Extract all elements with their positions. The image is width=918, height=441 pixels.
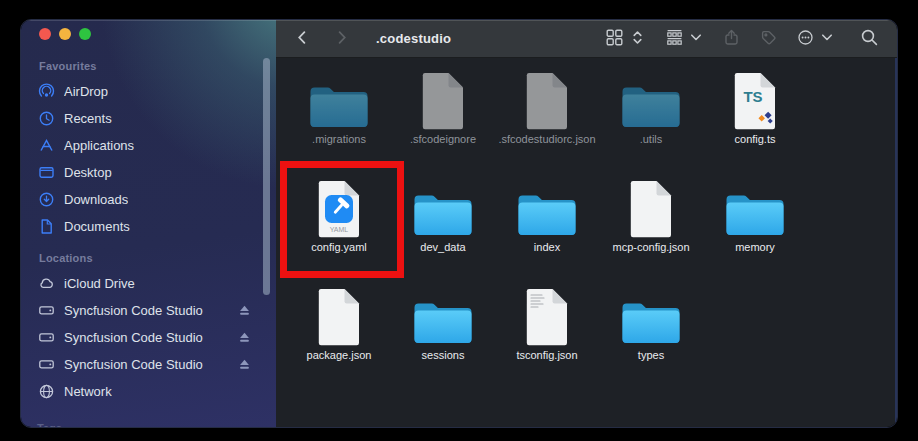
back-button[interactable]: [292, 27, 312, 51]
chevron-down-icon: [689, 30, 703, 48]
file-label: config.yaml: [311, 241, 367, 254]
folder-icon: [620, 284, 682, 346]
sidebar-item-applications[interactable]: Applications: [37, 132, 276, 159]
download-icon: [37, 191, 55, 208]
sidebar-item-label: Downloads: [64, 192, 128, 207]
file-label: sessions: [422, 349, 465, 362]
ellipsis-circle-icon: [797, 29, 814, 49]
svg-text:TS: TS: [743, 88, 762, 105]
toolbar-actions: [604, 26, 881, 52]
sidebar-item-syncfusion-code-studio[interactable]: Syncfusion Code Studio: [37, 324, 276, 351]
chevron-right-icon: [334, 29, 350, 49]
sidebar-item-desktop[interactable]: Desktop: [37, 159, 276, 186]
chevron-down-icon: [820, 30, 834, 48]
file-icon: [524, 284, 570, 346]
tag-icon: [760, 29, 777, 49]
file-item--sfcodeignore[interactable]: .sfcodeignore: [391, 62, 495, 170]
view-sort-chevrons-button[interactable]: [629, 27, 646, 51]
chevron-up-down-icon: [631, 29, 644, 49]
group-by-button[interactable]: [664, 27, 685, 51]
file-label: .migrations: [312, 133, 366, 146]
window-title: .codestudio: [376, 31, 451, 46]
more-actions-button[interactable]: [795, 27, 816, 51]
folder-icon: [620, 68, 682, 130]
sidebar-scrollbar[interactable]: [263, 58, 270, 295]
share-icon: [723, 28, 740, 49]
file-icon: YAML: [316, 176, 362, 238]
file-item--migrations[interactable]: .migrations: [287, 62, 391, 170]
sidebar-item-label: AirDrop: [64, 84, 108, 99]
sidebar-item-label: iCloud Drive: [64, 276, 135, 291]
sidebar-item-syncfusion-code-studio[interactable]: Syncfusion Code Studio: [37, 351, 276, 378]
file-label: memory: [735, 241, 775, 254]
folder-icon: [412, 176, 474, 238]
main-pane: .codestudio: [276, 20, 897, 427]
forward-button[interactable]: [332, 27, 352, 51]
file-label: dev_data: [420, 241, 465, 254]
sidebar-sections: FavouritesAirDropRecentsApplicationsDesk…: [21, 20, 276, 405]
globe-icon: [37, 383, 55, 400]
file-label: tsconfig.json: [516, 349, 577, 362]
sidebar-section-tags: Tags: [37, 422, 62, 427]
file-item-dev-data[interactable]: dev_data: [391, 170, 495, 278]
drive-icon: [37, 302, 55, 319]
file-item-tsconfig-json[interactable]: tsconfig.json: [495, 278, 599, 386]
file-item-index[interactable]: index: [495, 170, 599, 278]
file-item-package-json[interactable]: package.json: [287, 278, 391, 386]
file-label: types: [638, 349, 664, 362]
file-item-memory[interactable]: memory: [703, 170, 807, 278]
share-button[interactable]: [721, 26, 742, 51]
file-item-mcp-config-json[interactable]: mcp-config.json: [599, 170, 703, 278]
eject-icon[interactable]: [237, 357, 252, 372]
eject-icon[interactable]: [237, 303, 252, 318]
sidebar-section-header: Favourites: [39, 60, 276, 72]
file-label: .utils: [640, 133, 663, 146]
sidebar-item-downloads[interactable]: Downloads: [37, 186, 276, 213]
drive-icon: [37, 356, 55, 373]
sidebar-item-documents[interactable]: Documents: [37, 213, 276, 240]
file-item--sfcodestudiorc-json[interactable]: .sfcodestudiorc.json: [495, 62, 599, 170]
file-icon: [420, 68, 466, 130]
folder-icon: [516, 176, 578, 238]
file-icon: [316, 284, 362, 346]
file-icon: [628, 176, 674, 238]
finder-window: FavouritesAirDropRecentsApplicationsDesk…: [21, 20, 897, 427]
file-item-config-yaml[interactable]: YAMLconfig.yaml: [287, 170, 391, 278]
close-button[interactable]: [39, 28, 51, 40]
sidebar-item-icloud-drive[interactable]: iCloud Drive: [37, 270, 276, 297]
file-label: package.json: [307, 349, 372, 362]
appstore-icon: [37, 137, 55, 154]
search-icon: [860, 28, 879, 50]
search-button[interactable]: [858, 26, 881, 52]
clock-icon: [37, 110, 55, 127]
tag-button[interactable]: [758, 27, 779, 51]
sidebar-item-label: Syncfusion Code Studio: [64, 330, 203, 345]
file-item-types[interactable]: types: [599, 278, 703, 386]
file-item-config-ts[interactable]: TS config.ts: [703, 62, 807, 170]
file-item--utils[interactable]: .utils: [599, 62, 703, 170]
group-by-icon: [666, 29, 683, 49]
file-label: .sfcodeignore: [410, 133, 476, 146]
file-icon: [524, 68, 570, 130]
svg-text:YAML: YAML: [330, 226, 349, 233]
folder-icon: [308, 68, 370, 130]
traffic-lights: [39, 28, 91, 40]
sidebar-item-label: Syncfusion Code Studio: [64, 303, 203, 318]
zoom-button[interactable]: [79, 28, 91, 40]
minimize-button[interactable]: [59, 28, 71, 40]
chevron-left-icon: [294, 29, 310, 49]
sidebar-item-syncfusion-code-studio[interactable]: Syncfusion Code Studio: [37, 297, 276, 324]
eject-icon[interactable]: [237, 330, 252, 345]
file-item-sessions[interactable]: sessions: [391, 278, 495, 386]
sidebar-item-network[interactable]: Network: [37, 378, 276, 405]
file-label: .sfcodestudiorc.json: [498, 133, 595, 146]
sidebar-section-header: Locations: [39, 252, 276, 264]
file-label: config.ts: [735, 133, 776, 146]
file-label: index: [534, 241, 560, 254]
sidebar-item-label: Desktop: [64, 165, 112, 180]
sidebar-item-label: Applications: [64, 138, 134, 153]
sidebar-item-airdrop[interactable]: AirDrop: [37, 78, 276, 105]
file-label: mcp-config.json: [612, 241, 689, 254]
view-options-button[interactable]: [604, 27, 625, 51]
sidebar-item-recents[interactable]: Recents: [37, 105, 276, 132]
